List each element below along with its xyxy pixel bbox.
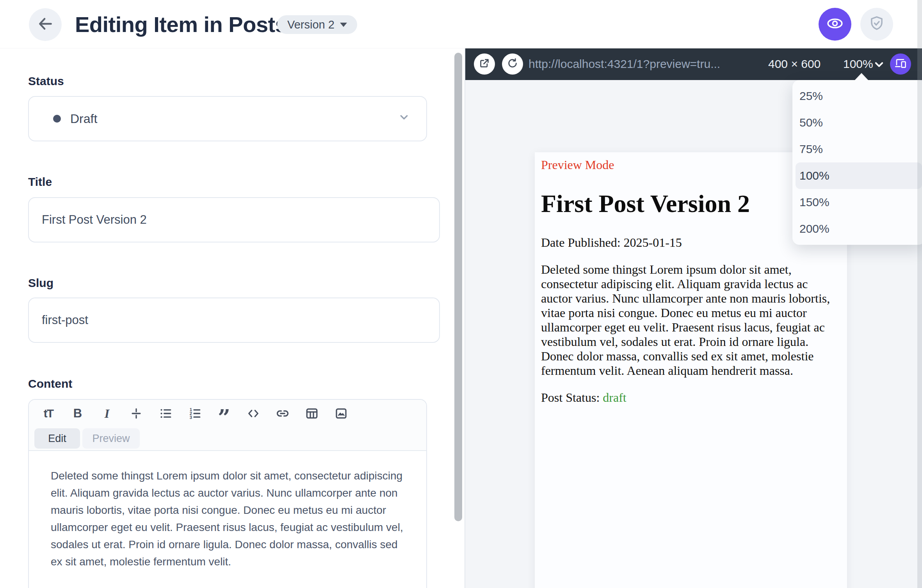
content-textarea[interactable]: Deleted some thingst Lorem ipsum dolor s…: [29, 451, 427, 587]
shield-check-icon: [869, 15, 885, 33]
slug-label: Slug: [28, 276, 53, 290]
preview-toggle-button[interactable]: [819, 8, 851, 41]
status-select[interactable]: Draft: [28, 96, 427, 141]
post-body: Deleted some thingst Lorem ipsum dolor s…: [541, 262, 841, 378]
url-text[interactable]: http://localhost:4321/1?preview=tru...: [529, 48, 720, 80]
image-icon[interactable]: [335, 407, 348, 420]
editor-toolbar: tT B I 123 ”: [29, 400, 426, 451]
post-status-value: draft: [603, 390, 626, 404]
slug-input[interactable]: first-post: [28, 298, 440, 343]
page-title: Editing Item in Posts: [75, 12, 287, 37]
chevron-down-icon: [340, 23, 347, 27]
italic-icon[interactable]: I: [100, 407, 114, 420]
svg-text:3: 3: [190, 415, 192, 420]
status-dot-icon: [53, 115, 61, 123]
table-icon[interactable]: [305, 407, 319, 420]
content-label: Content: [28, 377, 72, 390]
chevron-down-icon: [397, 110, 411, 127]
chevron-down-icon[interactable]: [872, 57, 886, 71]
zoom-option-100[interactable]: 100%: [796, 162, 922, 189]
form-scrollbar[interactable]: [454, 53, 462, 521]
back-button[interactable]: [29, 8, 62, 41]
open-in-new-button[interactable]: [474, 53, 495, 75]
zoom-dropdown-menu: 25%50%75%100%150%200%: [792, 80, 922, 245]
post-status-line: Post Status: draft: [541, 390, 841, 405]
version-selector[interactable]: Version 2: [277, 15, 357, 34]
zoom-option-75[interactable]: 75%: [796, 136, 922, 162]
preview-panel: http://localhost:4321/1?preview=tru... 4…: [465, 48, 922, 588]
zoom-option-50[interactable]: 50%: [796, 109, 922, 136]
link-icon[interactable]: [276, 407, 289, 420]
edit-form-panel: Status Draft Title First Post Version 2 …: [0, 48, 465, 588]
refresh-button[interactable]: [502, 53, 523, 75]
open-in-new-icon: [479, 57, 490, 71]
bullet-list-icon[interactable]: [159, 407, 172, 420]
zoom-option-200[interactable]: 200%: [796, 216, 922, 242]
tab-preview[interactable]: Preview: [82, 428, 140, 449]
tab-edit[interactable]: Edit: [34, 428, 80, 449]
status-value: Draft: [70, 112, 97, 126]
version-label: Version 2: [287, 18, 335, 31]
content-editor: tT B I 123 ”: [28, 399, 427, 588]
eye-icon: [826, 14, 844, 34]
bold-icon[interactable]: B: [71, 407, 84, 420]
window-scrollbar[interactable]: [917, 0, 922, 588]
preview-browser-toolbar: http://localhost:4321/1?preview=tru... 4…: [465, 48, 922, 80]
app-header: Editing Item in Posts Version 2: [0, 0, 922, 48]
ordered-list-icon[interactable]: 123: [188, 407, 201, 420]
responsive-device-icon: [894, 57, 907, 71]
dropdown-caret: [855, 73, 868, 80]
status-label: Status: [28, 75, 64, 88]
viewport-dimensions: 400 × 600: [768, 48, 821, 80]
title-input[interactable]: First Post Version 2: [28, 197, 440, 242]
zoom-option-150[interactable]: 150%: [796, 189, 922, 216]
blockquote-icon[interactable]: ”: [217, 407, 231, 420]
responsive-device-button[interactable]: [890, 53, 911, 75]
code-icon[interactable]: [247, 407, 260, 420]
refresh-icon: [507, 57, 518, 71]
zoom-option-25[interactable]: 25%: [796, 83, 922, 109]
heading-icon[interactable]: tT: [42, 407, 55, 420]
validation-button[interactable]: [860, 8, 893, 41]
arrow-left-icon: [37, 15, 54, 34]
post-status-label: Post Status:: [541, 390, 603, 404]
title-label: Title: [28, 175, 52, 189]
strikethrough-icon[interactable]: [130, 407, 143, 420]
